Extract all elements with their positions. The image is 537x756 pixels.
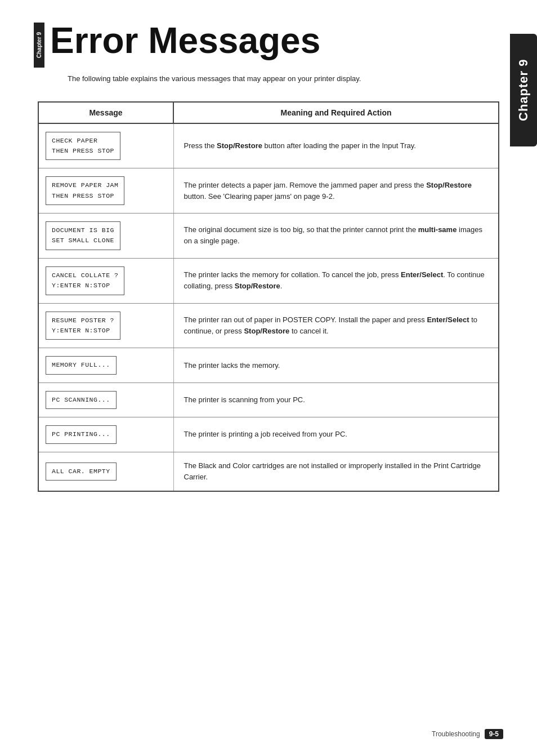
meaning-cell: The printer ran out of paper in POSTER C… xyxy=(173,303,499,348)
message-cell: REMOVE PAPER JAM THEN PRESS STOP xyxy=(38,168,173,214)
meaning-cell: Press the Stop/Restore button after load… xyxy=(173,123,499,168)
meaning-cell: The Black and Color cartridges are not i… xyxy=(173,452,499,491)
chapter-title-large: Error Messages xyxy=(50,23,320,59)
page: Chapter 9 Chapter 9 Error Messages The f… xyxy=(0,0,537,756)
table-row: REMOVE PAPER JAM THEN PRESS STOPThe prin… xyxy=(38,168,499,214)
meaning-cell: The printer is printing a job received f… xyxy=(173,417,499,452)
message-cell: CHECK PAPER THEN PRESS STOP xyxy=(38,123,173,168)
error-table: Message Meaning and Required Action CHEC… xyxy=(38,101,499,492)
side-tab-label: Chapter 9 xyxy=(516,59,531,121)
col-meaning-header: Meaning and Required Action xyxy=(173,102,499,123)
meaning-cell: The printer is scanning from your PC. xyxy=(173,383,499,417)
message-box: CHECK PAPER THEN PRESS STOP xyxy=(46,132,120,161)
message-box: MEMORY FULL... xyxy=(46,356,117,374)
chapter-box-label: Chapter 9 xyxy=(36,32,42,58)
table-row: CANCEL COLLATE ? Y:ENTER N:STOPThe print… xyxy=(38,258,499,303)
meaning-cell: The printer lacks the memory for collati… xyxy=(173,258,499,303)
chapter-intro: The following table explains the various… xyxy=(68,73,503,85)
table-row: DOCUMENT IS BIG SET SMALL CLONEThe origi… xyxy=(38,214,499,259)
message-cell: RESUME POSTER ? Y:ENTER N:STOP xyxy=(38,303,173,348)
side-tab: Chapter 9 xyxy=(510,34,537,146)
message-box: PC SCANNING... xyxy=(46,391,117,409)
footer: Troubleshooting 9-5 xyxy=(432,729,503,739)
message-box: CANCEL COLLATE ? Y:ENTER N:STOP xyxy=(46,266,124,295)
message-box: REMOVE PAPER JAM THEN PRESS STOP xyxy=(46,176,124,205)
message-cell: ALL CAR. EMPTY xyxy=(38,452,173,491)
meaning-cell: The printer lacks the memory. xyxy=(173,348,499,383)
message-cell: PC PRINTING... xyxy=(38,417,173,452)
footer-label: Troubleshooting xyxy=(432,730,480,738)
chapter-box: Chapter 9 xyxy=(34,23,44,68)
table-row: RESUME POSTER ? Y:ENTER N:STOPThe printe… xyxy=(38,303,499,348)
meaning-cell: The printer detects a paper jam. Remove … xyxy=(173,168,499,214)
message-box: DOCUMENT IS BIG SET SMALL CLONE xyxy=(46,221,120,250)
message-cell: DOCUMENT IS BIG SET SMALL CLONE xyxy=(38,214,173,259)
meaning-cell: The original document size is too big, s… xyxy=(173,214,499,259)
message-box: PC PRINTING... xyxy=(46,425,117,443)
chapter-header: Chapter 9 Error Messages xyxy=(34,23,503,68)
message-cell: PC SCANNING... xyxy=(38,383,173,417)
table-row: MEMORY FULL...The printer lacks the memo… xyxy=(38,348,499,383)
message-cell: MEMORY FULL... xyxy=(38,348,173,383)
table-row: CHECK PAPER THEN PRESS STOPPress the Sto… xyxy=(38,123,499,168)
message-cell: CANCEL COLLATE ? Y:ENTER N:STOP xyxy=(38,258,173,303)
table-row: PC SCANNING...The printer is scanning fr… xyxy=(38,383,499,417)
message-box: RESUME POSTER ? Y:ENTER N:STOP xyxy=(46,312,120,340)
table-row: ALL CAR. EMPTYThe Black and Color cartri… xyxy=(38,452,499,491)
footer-page: 9-5 xyxy=(485,729,503,739)
table-row: PC PRINTING...The printer is printing a … xyxy=(38,417,499,452)
col-message-header: Message xyxy=(38,102,173,123)
message-box: ALL CAR. EMPTY xyxy=(46,463,117,481)
